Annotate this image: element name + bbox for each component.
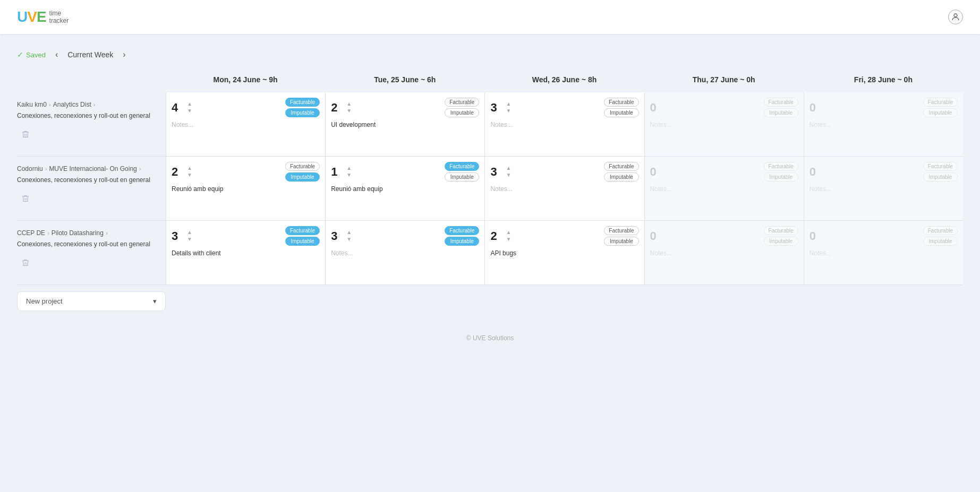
user-avatar[interactable] <box>948 10 963 24</box>
notes-r1-wed[interactable] <box>490 120 638 149</box>
new-project-button[interactable]: New project ▾ <box>17 291 166 311</box>
project-info-row1: Kaiku km0 › Analytics Dist › Conexiones,… <box>17 92 166 157</box>
hours-r2-wed: 3 <box>490 165 501 179</box>
client-name-row2: MUVE Internacional- On Going <box>49 165 137 172</box>
prev-week-button[interactable]: ‹ <box>52 49 61 61</box>
task-row3: Conexiones, reconexiones y roll-out en g… <box>17 240 159 249</box>
notes-r3-fri[interactable] <box>809 249 958 278</box>
facturable-badge-r1-thu[interactable]: Facturable <box>764 98 798 107</box>
notes-r1-fri[interactable] <box>809 120 958 149</box>
facturable-badge-r1-fri[interactable]: Facturable <box>923 98 958 107</box>
delete-row3-button[interactable] <box>17 254 34 271</box>
imputable-badge-r3-mon[interactable]: Imputable <box>285 237 320 246</box>
decrement-r1-tue[interactable]: ▼ <box>345 108 353 114</box>
hours-r2-tue: 1 <box>331 165 342 179</box>
notes-r3-tue[interactable] <box>331 249 479 278</box>
increment-r1-mon[interactable]: ▲ <box>185 101 194 107</box>
decrement-r3-mon[interactable]: ▼ <box>185 236 194 243</box>
increment-r2-wed[interactable]: ▲ <box>504 165 513 171</box>
increment-r3-tue[interactable]: ▲ <box>345 229 353 236</box>
notes-r3-thu[interactable] <box>650 249 798 278</box>
time-controls-r3-tue: 3 ▲ ▼ Facturable Imputable <box>331 226 479 246</box>
time-controls-r2-thu: 0 Facturable Imputable <box>650 162 798 182</box>
notes-r3-wed[interactable]: API bugs <box>490 249 638 278</box>
project-name-row2: Codorniu <box>17 165 43 172</box>
facturable-badge-r1-wed[interactable]: Facturable <box>604 98 638 107</box>
col-header-mon: Mon, 24 June ~ 9h <box>166 71 325 92</box>
next-week-button[interactable]: › <box>120 49 129 61</box>
badges-r2-mon: Facturable Imputable <box>285 162 320 182</box>
notes-r1-mon[interactable] <box>172 120 320 149</box>
facturable-badge-r2-wed[interactable]: Facturable <box>604 162 638 171</box>
badges-r2-thu: Facturable Imputable <box>764 162 798 182</box>
increment-r2-mon[interactable]: ▲ <box>185 165 194 171</box>
decrement-r3-tue[interactable]: ▼ <box>345 236 353 243</box>
imputable-badge-r2-fri[interactable]: Imputable <box>923 172 958 182</box>
hours-r3-thu: 0 <box>650 229 661 243</box>
badges-r3-tue: Facturable Imputable <box>445 226 479 246</box>
facturable-badge-r1-tue[interactable]: Facturable <box>445 98 479 107</box>
facturable-badge-r1-mon[interactable]: Facturable <box>285 98 320 107</box>
decrement-r2-tue[interactable]: ▼ <box>345 172 353 178</box>
hours-r2-thu: 0 <box>650 165 661 179</box>
time-arrows-r1-tue: ▲ ▼ <box>345 101 353 114</box>
facturable-badge-r3-fri[interactable]: Facturable <box>923 226 958 235</box>
imputable-badge-r1-wed[interactable]: Imputable <box>604 108 638 117</box>
increment-r3-wed[interactable]: ▲ <box>504 229 513 236</box>
decrement-r2-wed[interactable]: ▼ <box>504 172 513 178</box>
facturable-badge-r2-mon[interactable]: Facturable <box>285 162 320 171</box>
imputable-badge-r1-fri[interactable]: Imputable <box>923 108 958 117</box>
project-name-row3: CCEP DE <box>17 229 45 237</box>
time-controls-r3-mon: 3 ▲ ▼ Facturable Imputable <box>172 226 320 246</box>
notes-r2-tue[interactable]: Reunió amb equip <box>331 185 479 213</box>
delete-row2-button[interactable] <box>17 190 34 207</box>
notes-r3-mon[interactable]: Details with client <box>172 249 320 278</box>
delete-row1-button[interactable] <box>17 126 34 143</box>
badges-r2-fri: Facturable Imputable <box>923 162 958 182</box>
imputable-badge-r2-wed[interactable]: Imputable <box>604 172 638 182</box>
imputable-badge-r3-wed[interactable]: Imputable <box>604 237 638 246</box>
imputable-badge-r3-fri[interactable]: Imputable <box>923 237 958 246</box>
col-header-fri: Fri, 28 June ~ 0h <box>804 71 963 92</box>
check-icon: ✓ <box>17 50 23 59</box>
facturable-badge-r3-mon[interactable]: Facturable <box>285 226 320 235</box>
facturable-badge-r3-wed[interactable]: Facturable <box>604 226 638 235</box>
cell-row1-thu: 0 Facturable Imputable <box>644 92 804 157</box>
imputable-badge-r2-mon[interactable]: Imputable <box>285 172 320 182</box>
logo-e: E <box>37 8 46 25</box>
notes-r2-thu[interactable] <box>650 185 798 213</box>
badges-r3-thu: Facturable Imputable <box>764 226 798 246</box>
imputable-badge-r2-tue[interactable]: Imputable <box>445 172 479 182</box>
notes-r2-mon[interactable]: Reunió amb equip <box>172 185 320 213</box>
facturable-badge-r3-tue[interactable]: Facturable <box>445 226 479 235</box>
imputable-badge-r1-tue[interactable]: Imputable <box>445 108 479 117</box>
imputable-badge-r1-mon[interactable]: Imputable <box>285 108 320 117</box>
notes-r2-wed[interactable] <box>490 185 638 213</box>
new-project-row: New project ▾ <box>17 285 166 317</box>
increment-r3-mon[interactable]: ▲ <box>185 229 194 236</box>
increment-r1-wed[interactable]: ▲ <box>504 101 513 107</box>
badges-r1-thu: Facturable Imputable <box>764 98 798 117</box>
badges-r1-wed: Facturable Imputable <box>604 98 638 117</box>
hours-r1-wed: 3 <box>490 101 501 115</box>
imputable-badge-r1-thu[interactable]: Imputable <box>764 108 798 117</box>
facturable-badge-r2-thu[interactable]: Facturable <box>764 162 798 171</box>
notes-r1-tue[interactable]: UI development <box>331 120 479 149</box>
decrement-r2-mon[interactable]: ▼ <box>185 172 194 178</box>
notes-r2-fri[interactable] <box>809 185 958 213</box>
decrement-r1-wed[interactable]: ▼ <box>504 108 513 114</box>
imputable-badge-r3-tue[interactable]: Imputable <box>445 237 479 246</box>
facturable-badge-r2-fri[interactable]: Facturable <box>923 162 958 171</box>
decrement-r3-wed[interactable]: ▼ <box>504 236 513 243</box>
time-controls-r2-mon: 2 ▲ ▼ Facturable Imputable <box>172 162 320 182</box>
increment-r1-tue[interactable]: ▲ <box>345 101 353 107</box>
logo-text: time tracker <box>49 10 69 25</box>
imputable-badge-r2-thu[interactable]: Imputable <box>764 172 798 182</box>
facturable-badge-r2-tue[interactable]: Facturable <box>445 162 479 171</box>
cell-row1-wed: 3 ▲ ▼ Facturable Imputable <box>484 92 644 157</box>
increment-r2-tue[interactable]: ▲ <box>345 165 353 171</box>
decrement-r1-mon[interactable]: ▼ <box>185 108 194 114</box>
facturable-badge-r3-thu[interactable]: Facturable <box>764 226 798 235</box>
notes-r1-thu[interactable] <box>650 120 798 149</box>
imputable-badge-r3-thu[interactable]: Imputable <box>764 237 798 246</box>
